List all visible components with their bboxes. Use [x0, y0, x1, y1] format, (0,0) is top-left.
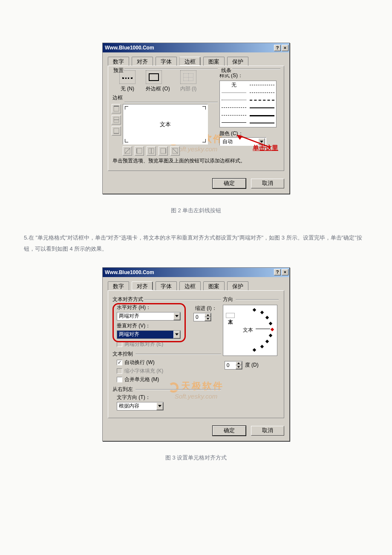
- tab-number[interactable]: 数字: [108, 281, 129, 290]
- text-align-group-label: 文本对齐方式: [112, 296, 223, 303]
- preset-none-label: 无 (N): [121, 86, 134, 92]
- distributed-checkbox: 两端分散对齐 (E): [117, 341, 223, 348]
- line-style-thin[interactable]: [222, 120, 246, 124]
- tab-panel-alignment: 天极软件 Soft.yesky.com 文本对齐方式 水平对齐 (H)： 两端对…: [108, 290, 284, 418]
- instruction-paragraph: 5.在 "单元格格式"对话框中，单击"对齐"选项卡，将文本的水平和垂直对齐方式都…: [0, 232, 392, 254]
- rtl-group-label: 从右到左: [112, 386, 223, 393]
- orientation-vertical-text[interactable]: 文本: [226, 313, 235, 318]
- border-left-button[interactable]: [135, 146, 144, 156]
- line-style-hair[interactable]: [222, 90, 246, 95]
- border-diag-up-button[interactable]: [123, 146, 132, 156]
- line-style-double[interactable]: [250, 120, 274, 124]
- svg-rect-4: [114, 128, 119, 133]
- spin-down-icon[interactable]: [205, 317, 211, 321]
- border-middle-h-button[interactable]: [112, 115, 121, 124]
- indent-label: 缩进 (I)：: [195, 305, 217, 312]
- text-control-group-label: 文本控制: [112, 350, 223, 358]
- border-diag-down-button[interactable]: [170, 146, 180, 156]
- wrap-text-checkbox[interactable]: ✓自动换行 (W): [117, 359, 223, 366]
- cancel-button[interactable]: 取消: [251, 426, 284, 436]
- border-bottom-button[interactable]: [112, 126, 121, 136]
- dialog-format-cells-alignment: Www.Blue1000.Com ? × 数字 对齐 字体 边框 图案 保护 天…: [102, 267, 290, 441]
- preset-outline[interactable]: 外边框 (O): [146, 70, 170, 92]
- border-middle-v-button[interactable]: [147, 146, 156, 156]
- orientation-text: 文本: [243, 327, 253, 334]
- line-style-dotted[interactable]: [222, 98, 246, 102]
- line-group-label: 线条: [220, 67, 232, 74]
- h-align-value: 两端对齐: [119, 312, 139, 320]
- border-color-value: 自动: [222, 138, 233, 145]
- h-align-combo[interactable]: 两端对齐: [117, 312, 181, 321]
- line-style-dashed[interactable]: [222, 105, 246, 110]
- spin-up-icon[interactable]: [236, 361, 242, 365]
- v-align-label: 垂直对齐 (V)：: [117, 322, 223, 330]
- titlebar-buttons: ? ×: [274, 269, 288, 275]
- degree-value: 0: [227, 362, 230, 368]
- titlebar-text: Www.Blue1000.Com: [105, 269, 154, 275]
- titlebar: Www.Blue1000.Com ? ×: [103, 43, 289, 52]
- tab-border[interactable]: 边框: [179, 281, 201, 290]
- cancel-button[interactable]: 取消: [251, 179, 284, 188]
- text-direction-combo[interactable]: 根据内容: [117, 402, 164, 410]
- preset-none[interactable]: 无 (N): [119, 70, 135, 92]
- border-preview[interactable]: 文本: [123, 104, 208, 145]
- svg-rect-0: [114, 106, 119, 111]
- chevron-down-icon: [173, 312, 180, 320]
- line-style-medium[interactable]: [250, 105, 274, 110]
- indent-spinner[interactable]: 0: [193, 313, 211, 321]
- line-style-dashdot[interactable]: [250, 83, 274, 87]
- tab-align[interactable]: 对齐: [132, 281, 153, 290]
- line-style-dashdot2[interactable]: [250, 90, 274, 95]
- ok-button[interactable]: 确定: [213, 426, 246, 436]
- degree-label: 度 (D): [245, 361, 259, 369]
- orientation-control[interactable]: 文本 文本: [223, 305, 277, 356]
- titlebar: Www.Blue1000.Com ? ×: [103, 268, 289, 277]
- tab-font[interactable]: 字体: [156, 57, 177, 66]
- titlebar-text: Www.Blue1000.Com: [105, 45, 154, 51]
- line-style-list[interactable]: 无: [219, 81, 277, 127]
- titlebar-buttons: ? ×: [274, 45, 288, 51]
- border-right-button[interactable]: [159, 146, 168, 156]
- border-hint-text: 单击预置选项、预览草图及上面的按钮可以添加边框样式。: [112, 156, 280, 167]
- help-button[interactable]: ?: [274, 45, 281, 51]
- preset-outline-label: 外边框 (O): [146, 86, 170, 92]
- tab-protect[interactable]: 保护: [227, 57, 248, 66]
- spin-up-icon[interactable]: [205, 313, 211, 317]
- preset-inside[interactable]: 内部 (I): [180, 70, 197, 92]
- svg-line-15: [173, 148, 178, 153]
- spin-down-icon[interactable]: [236, 365, 242, 369]
- tab-align[interactable]: 对齐: [132, 57, 153, 66]
- chevron-down-icon: [173, 331, 180, 338]
- tab-protect[interactable]: 保护: [227, 281, 248, 290]
- border-top-button[interactable]: [112, 104, 121, 113]
- tab-border[interactable]: 边框: [179, 57, 201, 66]
- merge-cells-checkbox[interactable]: 合并单元格 (M): [117, 376, 223, 383]
- annotation-text: 单击这里: [253, 144, 278, 152]
- line-style-none[interactable]: 无: [222, 83, 246, 87]
- tab-panel-border: 天极软件 Soft.yesky.com 预置 无 (N) 外边框 (O): [108, 66, 284, 171]
- tab-pattern[interactable]: 图案: [203, 57, 225, 66]
- help-button[interactable]: ?: [274, 269, 281, 275]
- text-direction-label: 文字方向 (T)：: [117, 394, 223, 401]
- svg-line-7: [125, 148, 130, 153]
- line-style-dash-thick[interactable]: [250, 98, 274, 102]
- tab-font[interactable]: 字体: [156, 281, 177, 290]
- degree-spinner[interactable]: 0: [225, 361, 242, 370]
- line-style-dash2[interactable]: [222, 113, 246, 117]
- shrink-fit-checkbox: 缩小字体填充 (K): [117, 367, 223, 375]
- indent-value: 0: [196, 314, 199, 320]
- tabs: 数字 对齐 字体 边框 图案 保护: [103, 277, 289, 290]
- tabs: 数字 对齐 字体 边框 图案 保护: [103, 52, 289, 66]
- line-style-thick[interactable]: [250, 113, 274, 117]
- tab-pattern[interactable]: 图案: [203, 281, 225, 290]
- preset-inside-label: 内部 (I): [180, 86, 197, 92]
- border-group-label: 边框: [112, 94, 218, 101]
- tab-number[interactable]: 数字: [108, 57, 129, 66]
- v-align-value: 两端对齐: [119, 331, 139, 338]
- svg-rect-12: [161, 148, 166, 153]
- v-align-combo[interactable]: 两端对齐: [117, 330, 181, 339]
- ok-button[interactable]: 确定: [213, 179, 246, 188]
- close-button[interactable]: ×: [282, 269, 288, 275]
- svg-rect-8: [137, 148, 142, 153]
- close-button[interactable]: ×: [282, 45, 288, 51]
